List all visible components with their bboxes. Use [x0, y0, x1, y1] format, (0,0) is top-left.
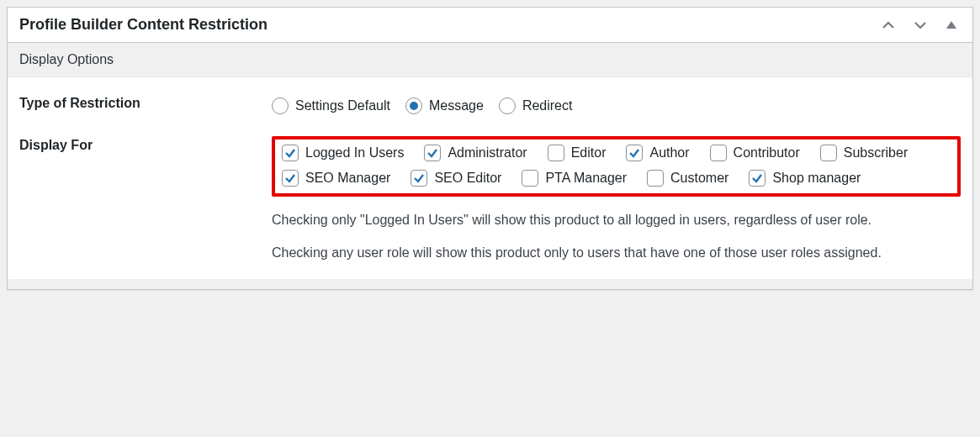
checkbox-label: Customer [670, 171, 728, 186]
metabox-header-actions [878, 17, 961, 34]
metabox-header: Profile Builder Content Restriction [8, 8, 972, 43]
radio-label: Settings Default [295, 98, 390, 113]
metabox-content-restriction: Profile Builder Content Restriction Disp… [7, 7, 973, 290]
checkbox-icon [626, 145, 643, 161]
move-up-icon[interactable] [878, 17, 898, 34]
radio-message[interactable]: Message [405, 97, 484, 114]
checkbox-label: Shop manager [772, 171, 861, 186]
checkbox-contributor[interactable]: Contributor [710, 145, 800, 161]
checkbox-label: Subscriber [844, 145, 908, 161]
radio-label: Redirect [522, 98, 573, 113]
checkbox-customer[interactable]: Customer [647, 170, 728, 187]
checkbox-label: PTA Manager [545, 171, 627, 186]
radio-icon [405, 97, 422, 114]
checkbox-icon [282, 145, 299, 161]
checkbox-subscriber[interactable]: Subscriber [820, 145, 908, 161]
checkbox-editor[interactable]: Editor [548, 145, 607, 161]
radio-icon [499, 97, 516, 114]
checkbox-icon [647, 170, 664, 187]
section-display-options: Display Options [8, 43, 972, 77]
row-controls-restriction-type: Settings Default Message Redirect [260, 77, 972, 119]
metabox-title: Profile Builder Content Restriction [19, 16, 878, 34]
checkbox-icon [522, 170, 538, 187]
checkbox-icon [424, 145, 441, 161]
form-table: Type of Restriction Settings Default Mes… [8, 77, 972, 276]
checkbox-shop-manager[interactable]: Shop manager [749, 170, 861, 187]
hint-logged-in: Checking only "Logged In Users" will sho… [272, 205, 961, 238]
checkbox-logged-in[interactable]: Logged In Users [282, 145, 404, 161]
checkbox-label: Author [649, 145, 689, 161]
checkbox-label: Administrator [448, 145, 527, 161]
radio-label: Message [429, 98, 484, 113]
row-label-display-for: Display For [8, 119, 260, 276]
checkbox-label: Contributor [734, 145, 800, 161]
checkbox-icon [820, 145, 837, 161]
checkbox-icon [749, 170, 765, 187]
radio-icon [272, 97, 289, 114]
checkbox-seo-manager[interactable]: SEO Manager [282, 170, 390, 187]
row-controls-display-for: Logged In UsersAdministratorEditorAuthor… [260, 119, 972, 276]
svg-marker-0 [946, 21, 956, 29]
checkbox-icon [548, 145, 564, 161]
radio-redirect[interactable]: Redirect [499, 97, 573, 114]
checkbox-icon [710, 145, 727, 161]
checkbox-author[interactable]: Author [626, 145, 689, 161]
metabox-body: Display Options Type of Restriction Sett… [8, 43, 972, 289]
toggle-panel-icon[interactable] [942, 18, 961, 33]
highlight-box: Logged In UsersAdministratorEditorAuthor… [272, 136, 961, 197]
checkbox-seo-editor[interactable]: SEO Editor [411, 170, 501, 187]
checkbox-label: Logged In Users [305, 145, 404, 161]
radio-settings-default[interactable]: Settings Default [272, 97, 390, 114]
hint-roles: Checking any user role will show this pr… [272, 238, 961, 271]
section-divider [8, 279, 972, 289]
checkbox-administrator[interactable]: Administrator [424, 145, 527, 161]
checkbox-icon [411, 170, 427, 187]
row-label-restriction-type: Type of Restriction [8, 77, 260, 119]
checkbox-icon [282, 170, 299, 187]
checkbox-pta-manager[interactable]: PTA Manager [522, 170, 627, 187]
checkbox-label: SEO Editor [434, 171, 501, 186]
checkbox-label: SEO Manager [305, 171, 390, 186]
move-down-icon[interactable] [910, 17, 930, 34]
checkbox-label: Editor [571, 145, 607, 161]
